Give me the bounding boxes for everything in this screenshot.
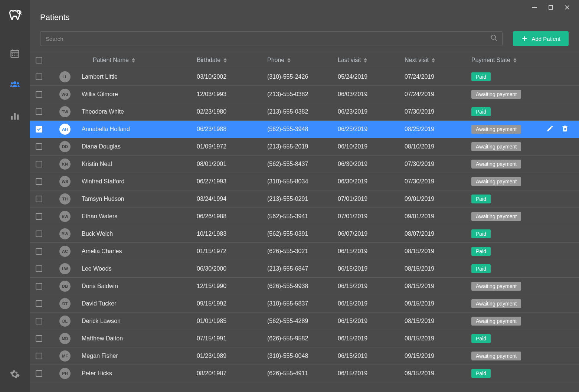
table-row[interactable]: EWEthan Waters06/26/1988(562)-555-394107… [30,208,579,225]
last-visit: 07/01/2019 [338,196,405,202]
table-row[interactable]: WGWillis Gilmore12/03/1993(213)-555-0382… [30,86,579,103]
table-row[interactable]: AHAnnabella Holland06/23/1988(562)-555-3… [30,121,579,138]
patient-name: Theodora White [82,108,197,115]
next-visit: 08/15/2019 [405,335,471,342]
birthdate: 07/15/1991 [197,335,267,342]
birthdate: 08/20/1987 [197,370,267,377]
table-row[interactable]: DDDiana Douglas01/09/1972(213)-555-20190… [30,138,579,156]
row-checkbox[interactable] [36,265,42,272]
next-visit: 09/01/2019 [405,196,471,202]
row-checkbox[interactable] [36,370,42,377]
row-checkbox[interactable] [36,335,42,342]
nav-analytics-icon[interactable] [6,107,24,125]
next-visit: 08/07/2019 [405,231,471,237]
avatar: TH [59,193,71,205]
patient-name: Megan Fisher [82,353,197,359]
row-checkbox[interactable] [36,318,42,324]
row-checkbox[interactable] [36,143,42,150]
row-checkbox[interactable] [36,196,42,202]
table-row[interactable]: DTDavid Tucker09/15/1992(310)-555-583706… [30,295,579,313]
payment-badge: Paid [471,107,491,116]
row-checkbox[interactable] [36,231,42,237]
col-birthdate[interactable]: Birthdate [197,57,267,63]
window-close-button[interactable] [559,1,575,13]
table-row[interactable]: DBDoris Baldwin12/15/1990(626)-555-99380… [30,278,579,295]
edit-icon[interactable] [546,125,554,134]
avatar: AH [59,124,71,135]
row-checkbox[interactable] [36,213,42,220]
window-maximize-button[interactable] [543,1,559,13]
avatar: MD [59,333,71,344]
birthdate: 03/10/2002 [197,74,267,80]
last-visit: 06/15/2019 [338,370,405,377]
svg-rect-18 [549,6,553,9]
sort-icon [513,58,517,63]
row-checkbox[interactable] [36,353,42,359]
table-row[interactable]: TWTheodora White02/23/1980(213)-555-0382… [30,103,579,121]
next-visit: 07/30/2019 [405,178,471,185]
birthdate: 02/23/1980 [197,108,267,115]
row-checkbox[interactable] [36,161,42,167]
select-all-checkbox[interactable] [36,57,42,63]
nav-settings-icon[interactable] [6,365,24,383]
avatar: EW [59,211,71,222]
birthdate: 12/15/1990 [197,283,267,290]
next-visit: 09/15/2019 [405,370,471,377]
col-phone[interactable]: Phone [267,57,338,63]
table-row[interactable]: LWLee Woods06/30/2000(213)-555-684706/15… [30,260,579,278]
col-name[interactable]: Patient Name [93,57,197,63]
last-visit: 06/30/2019 [338,161,405,167]
nav-patients-icon[interactable] [6,76,24,94]
table-row[interactable]: MDMatthew Dalton07/15/1991(626)-555-9582… [30,330,579,347]
patients-table: Patient Name Birthdate Phone Last visit … [30,52,579,392]
payment-badge: Awaiting payment [471,352,521,360]
row-checkbox[interactable] [36,178,42,185]
next-visit: 08/15/2019 [405,283,471,290]
col-last-visit[interactable]: Last visit [338,57,405,63]
table-row[interactable]: THTamsyn Hudson03/24/1994(213)-555-02910… [30,190,579,208]
sort-icon [132,58,135,63]
phone: (310)-555-2426 [267,74,338,80]
next-visit: 09/15/2019 [405,300,471,307]
row-checkbox[interactable] [36,300,42,307]
payment-badge: Awaiting payment [471,212,521,221]
add-patient-button[interactable]: Add Patient [513,31,569,46]
phone: (213)-555-0382 [267,108,338,115]
patient-name: Winfred Stafford [82,178,197,185]
nav-calendar-icon[interactable] [6,45,24,62]
table-row[interactable]: PHPeter Hicks08/20/1987(626)-555-491106/… [30,365,579,382]
add-patient-label: Add Patient [531,36,560,42]
avatar: TW [59,106,71,117]
row-checkbox[interactable] [36,108,42,115]
col-payment[interactable]: Payment State [471,57,546,63]
next-visit: 09/15/2019 [405,353,471,359]
birthdate: 03/24/1994 [197,196,267,202]
phone: (562)-555-4289 [267,318,338,324]
svg-rect-15 [14,113,16,120]
row-checkbox[interactable] [36,91,42,98]
sort-icon [223,58,227,63]
table-row[interactable]: KNKristin Neal08/01/2001(562)-555-843706… [30,156,579,173]
next-visit: 08/25/2019 [405,126,471,133]
last-visit: 06/15/2019 [338,265,405,272]
table-row[interactable]: LLLambert Little03/10/2002(310)-555-2426… [30,68,579,86]
birthdate: 01/09/1972 [197,143,267,150]
next-visit: 08/15/2019 [405,318,471,324]
table-row[interactable]: MFMegan Fisher01/23/1989(310)-555-004806… [30,347,579,365]
table-row[interactable]: ACAmelia Charles01/15/1972(626)-555-3021… [30,243,579,260]
row-checkbox[interactable] [36,74,42,80]
row-checkbox[interactable] [36,283,42,290]
plus-icon [521,35,528,42]
search-input[interactable] [40,32,502,46]
payment-badge: Paid [471,229,491,238]
table-row[interactable]: BWBuck Welch10/12/1983(562)-555-039106/0… [30,225,579,243]
patient-name: Amelia Charles [82,248,197,255]
table-row[interactable]: DLDerick Lawson01/01/1985(562)-555-42890… [30,313,579,330]
delete-icon[interactable] [561,125,569,134]
payment-badge: Paid [471,369,491,378]
row-checkbox[interactable] [36,126,42,133]
window-minimize-button[interactable] [526,1,543,13]
col-next-visit[interactable]: Next visit [405,57,471,63]
table-row[interactable]: WSWinfred Stafford06/27/1993(310)-555-80… [30,173,579,190]
row-checkbox[interactable] [36,248,42,255]
